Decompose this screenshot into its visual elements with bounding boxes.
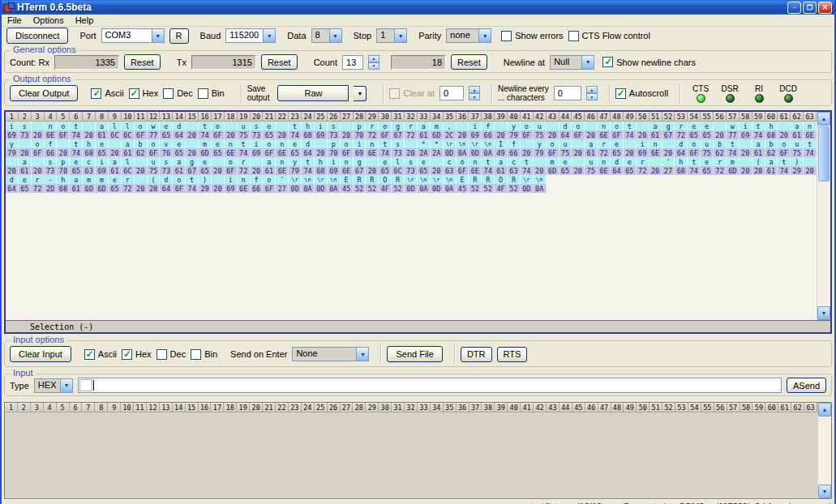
ascii-cell[interactable] bbox=[624, 139, 637, 148]
ascii-cell[interactable]: n bbox=[276, 157, 289, 166]
minimize-button[interactable] bbox=[787, 2, 801, 14]
clear-at-spinner[interactable] bbox=[469, 86, 480, 100]
ascii-cell[interactable]: u bbox=[701, 139, 714, 148]
output-hex-checkbox[interactable]: Hex bbox=[129, 88, 159, 99]
hex-cell[interactable]: 72 bbox=[598, 148, 611, 157]
hex-cell[interactable]: 75 bbox=[148, 166, 161, 175]
hex-cell[interactable]: 69 bbox=[469, 130, 482, 139]
ascii-cell[interactable]: s bbox=[160, 157, 173, 166]
hex-cell[interactable]: 73 bbox=[251, 130, 264, 139]
hex-cell[interactable]: 6F bbox=[57, 130, 70, 139]
ascii-cell[interactable]: o bbox=[57, 122, 70, 130]
hex-cell[interactable]: 20 bbox=[276, 130, 289, 139]
chevron-down-icon[interactable] bbox=[60, 379, 72, 392]
ascii-cell[interactable] bbox=[521, 139, 534, 148]
hex-cell[interactable]: 0A bbox=[444, 184, 457, 193]
scroll-up-icon[interactable] bbox=[817, 112, 830, 126]
ascii-cell[interactable] bbox=[714, 122, 727, 130]
ascii-cell[interactable]: o bbox=[263, 139, 276, 148]
hex-cell[interactable]: 61 bbox=[70, 184, 83, 193]
hex-cell[interactable]: 75 bbox=[534, 130, 547, 139]
ascii-cell[interactable]: b bbox=[135, 139, 148, 148]
clear-at-checkbox[interactable]: Clear at bbox=[389, 88, 435, 99]
input-type-combo[interactable]: HEX bbox=[34, 378, 73, 393]
ascii-cell[interactable]: h bbox=[57, 175, 70, 184]
ascii-cell[interactable]: u bbox=[559, 139, 572, 148]
newline-every-spinner[interactable] bbox=[586, 86, 598, 100]
ascii-cell[interactable]: g bbox=[354, 157, 367, 166]
ascii-cell[interactable]: a bbox=[650, 122, 662, 130]
ascii-cell[interactable]: r bbox=[122, 175, 135, 184]
hex-cell[interactable]: 66 bbox=[482, 130, 495, 139]
scrollbar-thumb[interactable] bbox=[818, 126, 830, 182]
hex-cell[interactable]: 65 bbox=[19, 184, 32, 193]
hex-cell[interactable]: 61 bbox=[122, 148, 135, 157]
hex-cell[interactable]: 64 bbox=[675, 148, 688, 157]
ascii-cell[interactable]: s bbox=[251, 122, 264, 130]
ascii-cell[interactable]: i bbox=[469, 122, 482, 130]
ascii-cell[interactable]: a bbox=[752, 139, 765, 148]
ascii-cell[interactable]: O bbox=[495, 175, 508, 184]
clear-at-input[interactable]: 0 bbox=[439, 86, 464, 100]
ascii-cell[interactable] bbox=[457, 122, 469, 130]
hex-cell[interactable]: 64 bbox=[302, 148, 315, 157]
ascii-cell[interactable]: c bbox=[508, 157, 521, 166]
ascii-cell[interactable]: n bbox=[276, 139, 289, 148]
hex-cell[interactable]: 69 bbox=[6, 130, 19, 139]
data-bits-combo[interactable]: 8 bbox=[311, 28, 342, 43]
hex-cell[interactable]: 63 bbox=[508, 166, 521, 175]
hex-cell[interactable]: 79 bbox=[289, 166, 302, 175]
ascii-cell[interactable]: f bbox=[482, 122, 495, 130]
ascii-cell[interactable]: d bbox=[173, 122, 186, 130]
hex-cell[interactable]: 20 bbox=[547, 130, 559, 139]
ascii-cell[interactable]: e bbox=[199, 157, 212, 166]
hex-cell[interactable]: 6E bbox=[366, 148, 379, 157]
ascii-cell[interactable]: * bbox=[418, 139, 431, 148]
ascii-cell[interactable]: o bbox=[688, 139, 701, 148]
ascii-cell[interactable]: \n bbox=[457, 139, 469, 148]
ascii-cell[interactable]: i bbox=[225, 175, 238, 184]
hex-cell[interactable]: 65 bbox=[379, 166, 392, 175]
show-newline-chars-checkbox[interactable]: Show newline chars bbox=[602, 57, 696, 67]
baud-combo[interactable]: 115200 bbox=[225, 28, 276, 43]
hex-cell[interactable]: 20 bbox=[212, 166, 225, 175]
dtr-button[interactable]: DTR bbox=[461, 347, 492, 362]
ascii-cell[interactable]: t bbox=[778, 157, 791, 166]
ascii-cell[interactable] bbox=[212, 157, 225, 166]
hex-cell[interactable]: 64 bbox=[160, 184, 173, 193]
ascii-cell[interactable] bbox=[431, 157, 444, 166]
hex-cell[interactable]: 74 bbox=[70, 130, 83, 139]
menu-options[interactable]: Options bbox=[28, 15, 70, 25]
ascii-cell[interactable]: y bbox=[508, 122, 521, 130]
scroll-up-icon[interactable] bbox=[818, 403, 831, 416]
hex-cell[interactable]: 64 bbox=[559, 130, 572, 139]
hex-cell[interactable]: 72 bbox=[714, 166, 727, 175]
ascii-cell[interactable]: m bbox=[727, 157, 740, 166]
hex-cell[interactable]: 65 bbox=[160, 130, 173, 139]
ascii-cell[interactable]: n bbox=[469, 157, 482, 166]
hex-cell[interactable]: 74 bbox=[727, 148, 740, 157]
ascii-cell[interactable] bbox=[315, 139, 328, 148]
hex-cell[interactable]: 65 bbox=[96, 148, 109, 157]
hex-cell[interactable]: 65 bbox=[624, 166, 637, 175]
hex-cell[interactable]: 64 bbox=[173, 130, 186, 139]
ascii-cell[interactable]: n bbox=[341, 157, 354, 166]
parity-combo[interactable]: none bbox=[446, 28, 491, 43]
ascii-cell[interactable]: e bbox=[70, 157, 83, 166]
ascii-cell[interactable]: n bbox=[366, 139, 379, 148]
ascii-cell[interactable]: \n bbox=[418, 175, 431, 184]
ascii-cell[interactable]: \r bbox=[521, 175, 534, 184]
ascii-cell[interactable]: o bbox=[263, 175, 276, 184]
hex-cell[interactable]: 20 bbox=[135, 184, 148, 193]
ascii-cell[interactable]: p bbox=[57, 157, 70, 166]
ascii-cell[interactable]: i bbox=[328, 157, 341, 166]
ascii-cell[interactable]: r bbox=[637, 157, 650, 166]
ascii-cell[interactable]: s bbox=[405, 157, 418, 166]
hex-cell[interactable]: 0A bbox=[482, 148, 495, 157]
ascii-cell[interactable]: m bbox=[199, 139, 212, 148]
rescan-ports-button[interactable]: R bbox=[169, 28, 189, 44]
hex-cell[interactable]: 65 bbox=[109, 184, 122, 193]
hex-cell[interactable]: 72 bbox=[675, 130, 688, 139]
disconnect-button[interactable]: Disconnect bbox=[6, 28, 68, 44]
ascii-cell[interactable] bbox=[547, 122, 559, 130]
